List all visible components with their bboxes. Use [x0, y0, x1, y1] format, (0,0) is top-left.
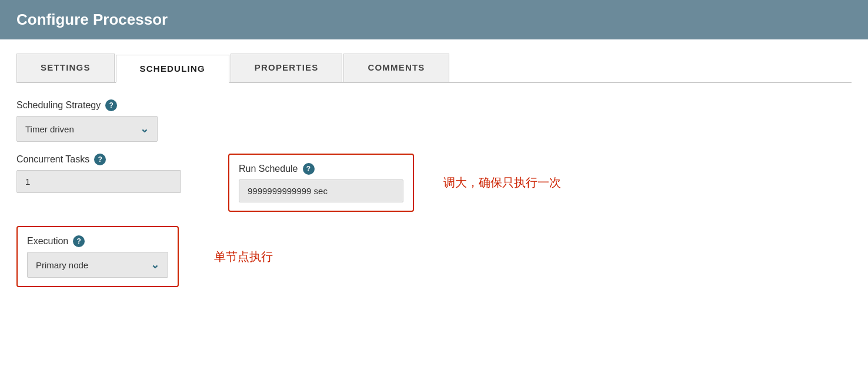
concurrent-tasks-label: Concurrent Tasks ?: [16, 154, 181, 165]
run-schedule-annotation: 调大，确保只执行一次: [443, 175, 561, 191]
execution-label: Execution ?: [27, 235, 168, 247]
scheduling-strategy-select-wrapper: Timer driven ⌄: [16, 116, 158, 142]
main-content: SETTINGS SCHEDULING PROPERTIES COMMENTS …: [0, 39, 868, 301]
concurrent-tasks-group: Concurrent Tasks ? 1: [16, 154, 181, 193]
scheduling-strategy-chevron-icon: ⌄: [140, 122, 149, 135]
execution-annotation: 单节点执行: [214, 249, 273, 265]
concurrent-tasks-input[interactable]: 1: [16, 170, 181, 193]
execution-with-annotation: Execution ? Primary node ⌄ 单节点执行: [16, 226, 852, 287]
page-title: Configure Processor: [16, 11, 168, 28]
run-schedule-highlighted-box: Run Schedule ? 9999999999999 sec: [228, 154, 414, 212]
tab-scheduling[interactable]: SCHEDULING: [116, 55, 229, 83]
scheduling-strategy-label: Scheduling Strategy ?: [16, 99, 852, 111]
execution-chevron-icon: ⌄: [151, 258, 159, 271]
tab-bar: SETTINGS SCHEDULING PROPERTIES COMMENTS: [16, 54, 852, 83]
execution-help-icon[interactable]: ?: [73, 235, 85, 247]
execution-highlighted-box: Execution ? Primary node ⌄: [16, 226, 179, 287]
execution-select-wrapper: Primary node ⌄: [27, 252, 168, 278]
page-header: Configure Processor: [0, 0, 868, 39]
concurrent-run-row: Concurrent Tasks ? 1 Run Schedule ? 9999…: [16, 154, 852, 212]
scheduling-strategy-help-icon[interactable]: ?: [105, 99, 117, 111]
tab-settings[interactable]: SETTINGS: [16, 54, 115, 82]
tab-properties[interactable]: PROPERTIES: [231, 54, 343, 82]
run-schedule-help-icon[interactable]: ?: [303, 163, 315, 175]
tab-comments[interactable]: COMMENTS: [343, 54, 449, 82]
scheduling-strategy-section: Scheduling Strategy ? Timer driven ⌄: [16, 99, 852, 142]
run-schedule-label: Run Schedule ?: [239, 163, 403, 175]
run-schedule-with-annotation: Run Schedule ? 9999999999999 sec 调大，确保只执…: [228, 154, 561, 212]
execution-select[interactable]: Primary node ⌄: [27, 252, 168, 278]
concurrent-tasks-help-icon[interactable]: ?: [94, 154, 106, 165]
scheduling-strategy-select[interactable]: Timer driven ⌄: [16, 116, 158, 142]
run-schedule-input[interactable]: 9999999999999 sec: [239, 179, 403, 202]
